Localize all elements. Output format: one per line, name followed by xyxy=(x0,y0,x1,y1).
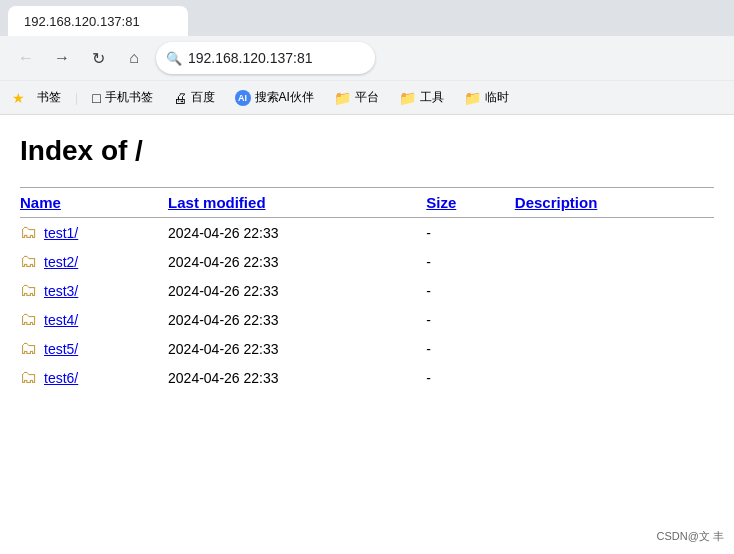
toolbar: ← → ↻ ⌂ 🔍 xyxy=(0,36,734,80)
bookmark-label[interactable]: 书签 xyxy=(29,86,69,109)
modified-cell: 2024-04-26 22:33 xyxy=(168,276,426,305)
modified-cell: 2024-04-26 22:33 xyxy=(168,247,426,276)
table-row: 🗂test1/2024-04-26 22:33- xyxy=(20,218,714,248)
home-button[interactable]: ⌂ xyxy=(120,44,148,72)
bookmark-baidu-label: 百度 xyxy=(191,89,215,106)
bookmark-platform-label: 平台 xyxy=(355,89,379,106)
tab-title: 192.168.120.137:81 xyxy=(24,14,140,29)
size-cell: - xyxy=(426,276,515,305)
modified-cell: 2024-04-26 22:33 xyxy=(168,305,426,334)
directory-link[interactable]: test5/ xyxy=(44,341,78,357)
bookmark-ai[interactable]: AI 搜索AI伙伴 xyxy=(227,86,322,109)
forward-button[interactable]: → xyxy=(48,44,76,72)
name-cell: 🗂test4/ xyxy=(20,305,168,334)
table-row: 🗂test6/2024-04-26 22:33- xyxy=(20,363,714,392)
name-cell: 🗂test1/ xyxy=(20,218,168,248)
directory-icon: 🗂 xyxy=(20,309,38,330)
browser-chrome: 192.168.120.137:81 ← → ↻ ⌂ 🔍 ★ 书签 | □ 手机… xyxy=(0,0,734,115)
size-cell: - xyxy=(426,218,515,248)
modified-cell: 2024-04-26 22:33 xyxy=(168,334,426,363)
address-wrapper: 🔍 xyxy=(156,42,722,74)
col-modified-link[interactable]: Last modified xyxy=(168,194,266,211)
table-row: 🗂test4/2024-04-26 22:33- xyxy=(20,305,714,334)
bookmark-temp-label: 临时 xyxy=(485,89,509,106)
col-size-link[interactable]: Size xyxy=(426,194,456,211)
bookmark-temp[interactable]: 📁 临时 xyxy=(456,86,517,109)
printer-icon: 🖨 xyxy=(173,90,187,106)
size-cell: - xyxy=(426,334,515,363)
size-cell: - xyxy=(426,247,515,276)
col-description-link[interactable]: Description xyxy=(515,194,598,211)
tab-bar: 192.168.120.137:81 xyxy=(0,0,734,36)
col-modified: Last modified xyxy=(168,188,426,218)
size-cell: - xyxy=(426,305,515,334)
back-button[interactable]: ← xyxy=(12,44,40,72)
address-bar[interactable] xyxy=(156,42,375,74)
directory-icon: 🗂 xyxy=(20,367,38,388)
directory-link[interactable]: test3/ xyxy=(44,283,78,299)
directory-icon: 🗂 xyxy=(20,251,38,272)
directory-icon: 🗂 xyxy=(20,222,38,243)
bookmark-ai-label: 搜索AI伙伴 xyxy=(255,89,314,106)
directory-link[interactable]: test2/ xyxy=(44,254,78,270)
col-description: Description xyxy=(515,188,714,218)
bookmarks-text: 书签 xyxy=(37,89,61,106)
directory-icon: 🗂 xyxy=(20,338,38,359)
reload-button[interactable]: ↻ xyxy=(84,44,112,72)
bookmark-mobile[interactable]: □ 手机书签 xyxy=(84,86,160,109)
star-icon: ★ xyxy=(12,90,25,106)
directory-link[interactable]: test6/ xyxy=(44,370,78,386)
search-icon: 🔍 xyxy=(166,51,182,66)
description-cell xyxy=(515,247,714,276)
modified-cell: 2024-04-26 22:33 xyxy=(168,363,426,392)
directory-link[interactable]: test1/ xyxy=(44,225,78,241)
table-row: 🗂test3/2024-04-26 22:33- xyxy=(20,276,714,305)
page-title: Index of / xyxy=(20,135,714,167)
directory-link[interactable]: test4/ xyxy=(44,312,78,328)
bookmarks-bar: ★ 书签 | □ 手机书签 🖨 百度 AI 搜索AI伙伴 📁 平台 📁 工具 📁… xyxy=(0,80,734,114)
bookmark-baidu[interactable]: 🖨 百度 xyxy=(165,86,223,109)
folder-icon-1: 📁 xyxy=(334,90,351,106)
col-size: Size xyxy=(426,188,515,218)
active-tab[interactable]: 192.168.120.137:81 xyxy=(8,6,188,36)
separator-1: | xyxy=(75,91,78,105)
page-content: Index of / Name Last modified Size Descr… xyxy=(0,115,734,515)
folder-icon-3: 📁 xyxy=(464,90,481,106)
name-cell: 🗂test3/ xyxy=(20,276,168,305)
bookmark-platform[interactable]: 📁 平台 xyxy=(326,86,387,109)
table-header-row: Name Last modified Size Description xyxy=(20,188,714,218)
name-cell: 🗂test5/ xyxy=(20,334,168,363)
index-table: Name Last modified Size Description 🗂tes… xyxy=(20,187,714,392)
col-name-link[interactable]: Name xyxy=(20,194,61,211)
description-cell xyxy=(515,276,714,305)
modified-cell: 2024-04-26 22:33 xyxy=(168,218,426,248)
directory-icon: 🗂 xyxy=(20,280,38,301)
description-cell xyxy=(515,334,714,363)
col-name: Name xyxy=(20,188,168,218)
description-cell xyxy=(515,305,714,334)
ai-icon: AI xyxy=(235,90,251,106)
table-row: 🗂test5/2024-04-26 22:33- xyxy=(20,334,714,363)
folder-icon-2: 📁 xyxy=(399,90,416,106)
bookmark-mobile-label: 手机书签 xyxy=(105,89,153,106)
bookmark-tools[interactable]: 📁 工具 xyxy=(391,86,452,109)
page-icon: □ xyxy=(92,90,100,106)
size-cell: - xyxy=(426,363,515,392)
description-cell xyxy=(515,218,714,248)
bookmark-tools-label: 工具 xyxy=(420,89,444,106)
name-cell: 🗂test6/ xyxy=(20,363,168,392)
name-cell: 🗂test2/ xyxy=(20,247,168,276)
table-row: 🗂test2/2024-04-26 22:33- xyxy=(20,247,714,276)
description-cell xyxy=(515,363,714,392)
